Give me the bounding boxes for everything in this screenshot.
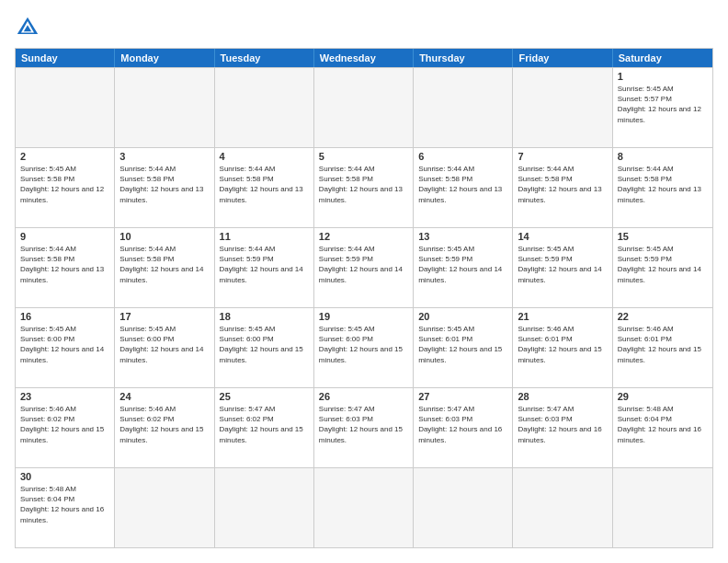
calendar-cell: 9Sunrise: 5:44 AM Sunset: 5:58 PM Daylig… <box>16 228 115 307</box>
day-number: 12 <box>319 231 408 242</box>
cell-info: Sunrise: 5:45 AM Sunset: 5:58 PM Dayligh… <box>20 164 109 205</box>
cell-info: Sunrise: 5:44 AM Sunset: 5:58 PM Dayligh… <box>119 164 209 205</box>
calendar-cell: 17Sunrise: 5:45 AM Sunset: 6:00 PM Dayli… <box>115 308 214 387</box>
day-number: 3 <box>119 151 209 162</box>
day-number: 24 <box>119 391 209 402</box>
day-number: 16 <box>20 311 109 322</box>
cell-info: Sunrise: 5:44 AM Sunset: 5:58 PM Dayligh… <box>220 164 309 205</box>
cell-info: Sunrise: 5:45 AM Sunset: 5:57 PM Dayligh… <box>618 84 708 125</box>
day-number: 25 <box>220 391 309 402</box>
calendar-cell: 2Sunrise: 5:45 AM Sunset: 5:58 PM Daylig… <box>16 148 115 227</box>
cell-info: Sunrise: 5:47 AM Sunset: 6:02 PM Dayligh… <box>220 404 309 445</box>
calendar-cell <box>414 468 513 547</box>
calendar-cell: 5Sunrise: 5:44 AM Sunset: 5:58 PM Daylig… <box>314 148 414 227</box>
day-number: 21 <box>518 311 607 322</box>
day-number: 2 <box>20 151 109 162</box>
cell-info: Sunrise: 5:47 AM Sunset: 6:03 PM Dayligh… <box>418 404 507 445</box>
header-day-wednesday: Wednesday <box>314 49 414 67</box>
day-number: 27 <box>418 391 507 402</box>
header-day-friday: Friday <box>513 49 612 67</box>
calendar-row-1: 2Sunrise: 5:45 AM Sunset: 5:58 PM Daylig… <box>16 147 712 227</box>
day-number: 4 <box>220 151 309 162</box>
calendar-cell <box>314 468 414 547</box>
calendar-cell <box>314 68 414 147</box>
day-number: 9 <box>20 231 109 242</box>
day-number: 7 <box>518 151 607 162</box>
calendar-row-3: 16Sunrise: 5:45 AM Sunset: 6:00 PM Dayli… <box>16 307 712 387</box>
calendar-row-0: 1Sunrise: 5:45 AM Sunset: 5:57 PM Daylig… <box>16 67 712 147</box>
cell-info: Sunrise: 5:44 AM Sunset: 5:59 PM Dayligh… <box>220 244 309 285</box>
calendar-cell <box>414 68 513 147</box>
cell-info: Sunrise: 5:45 AM Sunset: 6:00 PM Dayligh… <box>220 324 309 365</box>
cell-info: Sunrise: 5:44 AM Sunset: 5:58 PM Dayligh… <box>518 164 607 205</box>
cell-info: Sunrise: 5:44 AM Sunset: 5:58 PM Dayligh… <box>319 164 408 205</box>
cell-info: Sunrise: 5:44 AM Sunset: 5:59 PM Dayligh… <box>319 244 408 285</box>
cell-info: Sunrise: 5:44 AM Sunset: 5:58 PM Dayligh… <box>618 164 708 205</box>
day-number: 13 <box>418 231 507 242</box>
day-number: 11 <box>220 231 309 242</box>
cell-info: Sunrise: 5:45 AM Sunset: 5:59 PM Dayligh… <box>418 244 507 285</box>
cell-info: Sunrise: 5:45 AM Sunset: 6:01 PM Dayligh… <box>418 324 507 365</box>
day-number: 28 <box>518 391 607 402</box>
cell-info: Sunrise: 5:46 AM Sunset: 6:02 PM Dayligh… <box>119 404 209 445</box>
calendar-cell: 8Sunrise: 5:44 AM Sunset: 5:58 PM Daylig… <box>613 148 712 227</box>
day-number: 15 <box>618 231 708 242</box>
calendar-cell: 11Sunrise: 5:44 AM Sunset: 5:59 PM Dayli… <box>215 228 314 307</box>
header-day-thursday: Thursday <box>414 49 513 67</box>
calendar-row-5: 30Sunrise: 5:48 AM Sunset: 6:04 PM Dayli… <box>16 467 712 547</box>
cell-info: Sunrise: 5:45 AM Sunset: 6:00 PM Dayligh… <box>20 324 109 365</box>
day-number: 18 <box>220 311 309 322</box>
calendar-cell: 21Sunrise: 5:46 AM Sunset: 6:01 PM Dayli… <box>513 308 612 387</box>
calendar-header: SundayMondayTuesdayWednesdayThursdayFrid… <box>16 49 712 67</box>
day-number: 23 <box>20 391 109 402</box>
header-day-sunday: Sunday <box>16 49 115 67</box>
day-number: 5 <box>319 151 408 162</box>
calendar-cell: 16Sunrise: 5:45 AM Sunset: 6:00 PM Dayli… <box>16 308 115 387</box>
calendar-cell: 19Sunrise: 5:45 AM Sunset: 6:00 PM Dayli… <box>314 308 414 387</box>
cell-info: Sunrise: 5:44 AM Sunset: 5:58 PM Dayligh… <box>418 164 507 205</box>
day-number: 17 <box>119 311 209 322</box>
calendar-cell <box>613 468 712 547</box>
cell-info: Sunrise: 5:45 AM Sunset: 6:00 PM Dayligh… <box>319 324 408 365</box>
calendar-cell: 20Sunrise: 5:45 AM Sunset: 6:01 PM Dayli… <box>414 308 513 387</box>
calendar-cell: 1Sunrise: 5:45 AM Sunset: 5:57 PM Daylig… <box>613 68 712 147</box>
calendar-cell: 24Sunrise: 5:46 AM Sunset: 6:02 PM Dayli… <box>115 388 214 467</box>
calendar-cell <box>215 468 314 547</box>
calendar-cell: 18Sunrise: 5:45 AM Sunset: 6:00 PM Dayli… <box>215 308 314 387</box>
calendar-cell: 15Sunrise: 5:45 AM Sunset: 5:59 PM Dayli… <box>613 228 712 307</box>
header-day-monday: Monday <box>115 49 214 67</box>
day-number: 8 <box>618 151 708 162</box>
day-number: 26 <box>319 391 408 402</box>
calendar-cell <box>513 468 612 547</box>
calendar-cell: 29Sunrise: 5:48 AM Sunset: 6:04 PM Dayli… <box>613 388 712 467</box>
calendar-cell: 7Sunrise: 5:44 AM Sunset: 5:58 PM Daylig… <box>513 148 612 227</box>
cell-info: Sunrise: 5:45 AM Sunset: 5:59 PM Dayligh… <box>618 244 708 285</box>
header-day-tuesday: Tuesday <box>215 49 314 67</box>
cell-info: Sunrise: 5:44 AM Sunset: 5:58 PM Dayligh… <box>119 244 209 285</box>
day-number: 1 <box>618 71 708 82</box>
calendar-cell: 28Sunrise: 5:47 AM Sunset: 6:03 PM Dayli… <box>513 388 612 467</box>
cell-info: Sunrise: 5:45 AM Sunset: 5:59 PM Dayligh… <box>518 244 607 285</box>
cell-info: Sunrise: 5:45 AM Sunset: 6:00 PM Dayligh… <box>119 324 209 365</box>
cell-info: Sunrise: 5:44 AM Sunset: 5:58 PM Dayligh… <box>20 244 109 285</box>
calendar-row-4: 23Sunrise: 5:46 AM Sunset: 6:02 PM Dayli… <box>16 387 712 467</box>
day-number: 14 <box>518 231 607 242</box>
cell-info: Sunrise: 5:48 AM Sunset: 6:04 PM Dayligh… <box>618 404 708 445</box>
day-number: 30 <box>20 471 109 482</box>
cell-info: Sunrise: 5:46 AM Sunset: 6:01 PM Dayligh… <box>618 324 708 365</box>
day-number: 22 <box>618 311 708 322</box>
day-number: 19 <box>319 311 408 322</box>
header <box>15 15 713 40</box>
calendar-cell: 10Sunrise: 5:44 AM Sunset: 5:58 PM Dayli… <box>115 228 214 307</box>
day-number: 20 <box>418 311 507 322</box>
calendar-cell: 14Sunrise: 5:45 AM Sunset: 5:59 PM Dayli… <box>513 228 612 307</box>
calendar-body: 1Sunrise: 5:45 AM Sunset: 5:57 PM Daylig… <box>16 67 712 547</box>
calendar-cell <box>115 468 214 547</box>
calendar-cell <box>16 68 115 147</box>
day-number: 6 <box>418 151 507 162</box>
page: SundayMondayTuesdayWednesdayThursdayFrid… <box>0 0 728 563</box>
calendar-cell: 4Sunrise: 5:44 AM Sunset: 5:58 PM Daylig… <box>215 148 314 227</box>
cell-info: Sunrise: 5:48 AM Sunset: 6:04 PM Dayligh… <box>20 484 109 525</box>
header-day-saturday: Saturday <box>613 49 712 67</box>
cell-info: Sunrise: 5:47 AM Sunset: 6:03 PM Dayligh… <box>319 404 408 445</box>
